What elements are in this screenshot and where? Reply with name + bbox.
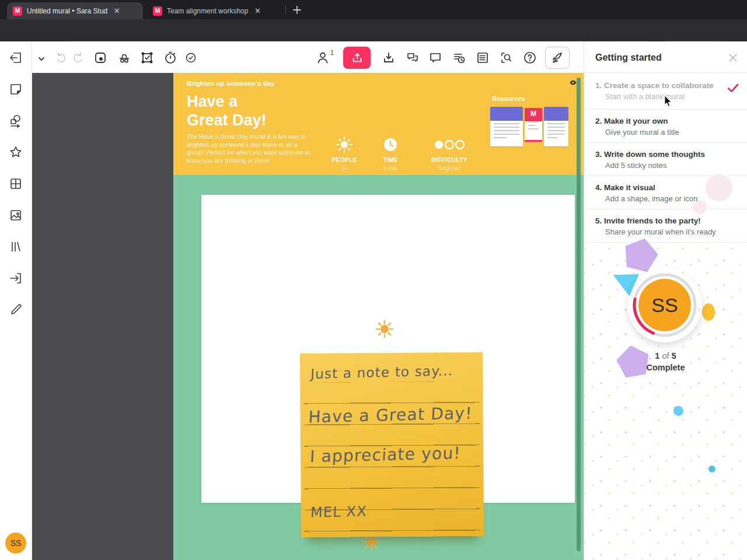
getting-started-panel: Getting started 1. Create a space to col… [584,41,747,560]
frameworks-grid-icon[interactable] [9,177,23,191]
title-dropdown-chevron-icon[interactable] [37,54,46,66]
mural-canvas[interactable]: Brighten up someone's day Have a Great D… [32,73,584,560]
panel-close-icon[interactable] [728,53,738,62]
sticky-note-tool-icon[interactable] [9,82,23,96]
mural-toolbar: 1 [32,41,584,73]
shapes-connectors-icon[interactable] [9,114,23,128]
exit-mural-icon[interactable] [9,51,23,65]
progress-label: Complete [584,363,747,372]
clock-icon [383,137,398,152]
sticky-text-line: Have a Great Day! [308,404,473,427]
checklist-item-4[interactable]: 4. Make it visual Add a shape, image or … [584,176,747,209]
checklist-item-5[interactable]: 5. Invite friends to the party! Share yo… [584,209,747,243]
comment-icon[interactable] [428,51,442,65]
undo-icon[interactable] [54,51,68,65]
mural-favicon: M [153,6,162,16]
decor-pentagon [615,343,652,379]
progress-count: 1 of 5 [584,351,747,360]
resource-thumbnail[interactable] [544,107,568,146]
images-tool-icon[interactable] [9,208,23,222]
tasks-check-icon[interactable] [185,52,197,64]
draw-pencil-icon[interactable] [9,303,23,317]
checklist-item-3[interactable]: 3. Write down some thoughts Add 5 sticky… [584,143,747,176]
progress-badge-initials: SS [627,268,702,342]
laser-pointer-icon[interactable] [93,51,107,65]
sidebar-user-avatar[interactable]: SS [5,533,26,554]
chat-icon[interactable] [406,51,420,65]
select-vote-icon[interactable] [140,51,154,65]
find-search-icon[interactable] [500,51,514,65]
sun-decoration-icon [375,319,395,339]
resource-image [490,107,523,121]
canvas-vertical-scrollbar[interactable] [577,78,581,551]
tab-close-icon[interactable]: ✕ [253,6,262,16]
resource-thumbnail[interactable] [490,107,523,146]
mural-left-sidebar: SS [0,41,32,560]
kits-library-icon[interactable] [9,240,23,254]
sticky-text-line: Just a note to say... [310,363,453,382]
share-button[interactable] [343,47,371,69]
browser-tab-active[interactable]: M Untitled mural • Sara Stud ✕ [7,2,143,19]
checklist-item-1[interactable]: 1. Create a space to collaborate Start w… [584,73,747,110]
new-tab-button[interactable] [292,5,302,18]
template-header: Brighten up someone's day Have a Great D… [173,73,584,175]
decor-yellow-blob [702,303,715,321]
browser-navbar: app.mural.co/t/sarastudio0383/m/sarastud… [0,19,747,41]
meta-people: PEOPLE 1+ [324,136,365,172]
template-description: The Have a Great Day mural is a fun way … [187,133,310,164]
viewer-eye-icon [569,79,577,86]
progress-ring: SS [627,268,702,342]
panel-title: Getting started [595,52,662,63]
template-eyebrow: Brighten up someone's day [187,80,274,87]
panel-decoration-area: SS 1 of 5 Complete [584,243,747,560]
mouse-cursor [664,95,673,107]
panel-header: Getting started [584,41,747,73]
redo-icon[interactable] [71,51,85,65]
meta-difficulty: DIFFICULTY Beginner [423,137,476,172]
checklist-item-2[interactable]: 2. Make it your own Give your mural a ti… [584,110,747,143]
export-download-icon[interactable] [382,51,396,65]
browser-tab-inactive[interactable]: M Team alignment workshop ✕ [147,2,281,19]
resource-thumbnail-mural[interactable]: M [525,108,542,142]
timer-icon[interactable] [163,51,177,65]
outline-list-icon[interactable] [476,51,490,65]
decor-cyan-dot [673,406,683,416]
private-mode-icon[interactable] [117,51,131,65]
tab-divider [285,5,286,14]
sticky-text-line: I appreciate you! [309,443,461,466]
icons-star-tool-icon[interactable] [9,145,23,159]
tab-close-icon[interactable]: ✕ [112,6,121,16]
collaborators-icon[interactable] [315,50,330,65]
tab-title: Team alignment workshop [167,7,248,15]
resource-m-logo: M [525,108,542,118]
sun-icon [336,136,353,153]
collaborators-count: 1 [330,49,334,56]
completed-check-icon [727,83,739,93]
resources-label: Resources [492,95,525,102]
decor-cyan-dot [708,466,715,473]
sticky-note-image[interactable]: Just a note to say... Have a Great Day! … [300,352,484,537]
sticky-signature: MEL XX [310,503,367,520]
help-icon[interactable] [523,51,537,65]
activity-history-icon[interactable] [452,51,466,65]
import-export-icon[interactable] [9,271,23,285]
browser-tab-strip: M Untitled mural • Sara Stud ✕ M Team al… [0,0,747,19]
resource-image [544,107,568,121]
meta-time: TIME 5 min [370,137,411,172]
tab-title: Untitled mural • Sara Stud [27,7,107,15]
template-title: Have a Great Day! [187,92,267,130]
difficulty-dots-icon [434,139,465,150]
mural-favicon: M [13,6,22,16]
template-body: Just a note to say... Have a Great Day! … [173,175,584,560]
getting-started-rocket-button[interactable] [545,47,570,69]
